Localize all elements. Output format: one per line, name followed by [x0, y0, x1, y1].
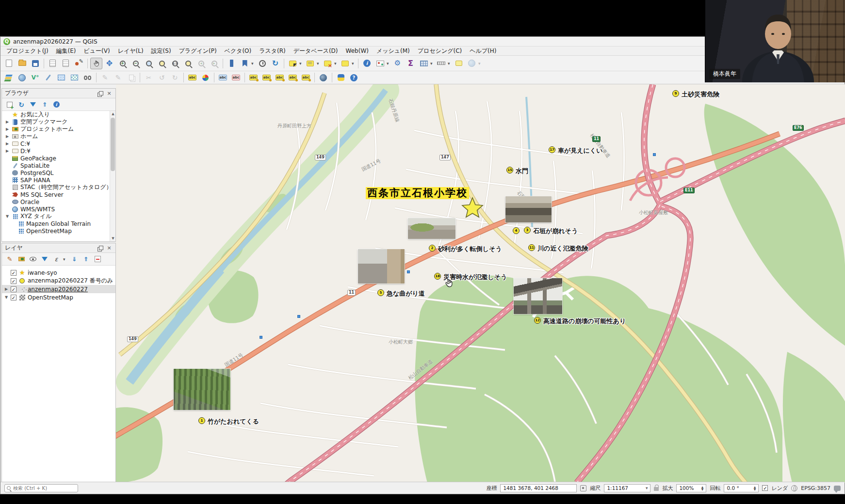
expand-all-icon[interactable]: ⇓ [69, 254, 79, 264]
browser-item-favorites[interactable]: ★お気に入り [2, 111, 115, 118]
menu-processing[interactable]: プロセシング(C) [414, 47, 466, 55]
add-group-icon[interactable] [16, 254, 26, 264]
label-pin-3-icon[interactable] [274, 72, 286, 83]
browser-item-oracle[interactable]: Oracle [2, 198, 115, 205]
select-by-form-icon[interactable] [304, 58, 316, 69]
new-shapefile-icon[interactable]: V° [29, 72, 41, 83]
label-pin-1-icon[interactable] [247, 72, 260, 83]
open-layer-styling-icon[interactable]: ✎ [5, 254, 15, 264]
style-manager-icon[interactable] [73, 58, 85, 69]
browser-item-sap-hana[interactable]: SAP HANA [2, 176, 115, 184]
map-canvas[interactable]: 丹原町田野上方 石鎚丹原線 国道11号 松山自動車道 小松町新屋敷 小松町大郷 … [116, 84, 845, 483]
browser-item-xyz-tiles[interactable]: ▼XYZ タイル [2, 213, 115, 220]
bookmarks-dropdown[interactable] [251, 58, 256, 69]
save-project-icon[interactable] [29, 58, 41, 69]
zoom-full-icon[interactable] [182, 58, 194, 69]
menu-plugins[interactable]: プラグイン(P) [175, 47, 221, 55]
collapse-arrow[interactable]: ▼ [4, 295, 9, 299]
help-contents-icon[interactable] [348, 72, 360, 83]
run-feature-action-icon[interactable] [374, 58, 386, 69]
browser-item-project-home[interactable]: ▶プロジェクトホーム [2, 126, 115, 133]
label-pin-5-icon[interactable] [300, 72, 312, 83]
add-selected-layers-icon[interactable] [5, 100, 15, 110]
zoom-next-icon[interactable]: ▸ [208, 58, 220, 69]
action-dropdown[interactable] [387, 58, 391, 69]
layer-checkbox[interactable] [11, 270, 16, 276]
browser-item-c-drive[interactable]: ▶C:¥ [2, 140, 115, 147]
browser-item-spatial-bookmarks[interactable]: ▶空間ブックマーク [2, 118, 115, 126]
menu-vector[interactable]: ベクタ(O) [221, 47, 256, 55]
layer-checkbox[interactable] [11, 278, 16, 284]
new-mesh-layer-icon[interactable] [55, 72, 67, 83]
menu-database[interactable]: データベース(D) [290, 47, 342, 55]
label-red-icon[interactable] [230, 72, 242, 83]
processing-toolbox-icon[interactable]: ⚙ [391, 58, 404, 69]
browser-refresh-icon[interactable]: ↻ [16, 100, 26, 110]
browser-item-mssql[interactable]: MS SQL Server [2, 191, 115, 198]
metasearch-dropdown[interactable] [478, 58, 483, 69]
scroll-down-icon[interactable]: ▼ [110, 236, 115, 241]
browser-item-home[interactable]: ▶ホーム [2, 133, 115, 140]
zoom-out-icon[interactable]: − [130, 58, 142, 69]
expand-arrow[interactable]: ▶ [5, 134, 10, 139]
locator-search[interactable] [4, 484, 78, 492]
identify-features-icon[interactable]: i [361, 58, 373, 69]
redo-icon[interactable]: ↻ [169, 72, 181, 83]
expand-arrow[interactable]: ▶ [4, 287, 9, 291]
hazard-marker[interactable]: 9 [672, 90, 679, 97]
attr-table-dropdown[interactable] [430, 58, 435, 69]
new-spatialite-icon[interactable] [42, 72, 54, 83]
temporal-controller-icon[interactable] [256, 58, 268, 69]
copy-features-icon[interactable] [125, 72, 137, 83]
data-source-manager-icon[interactable] [3, 72, 15, 83]
render-checkbox[interactable] [762, 485, 768, 491]
scroll-thumb[interactable] [111, 118, 115, 171]
search-input[interactable] [12, 485, 65, 491]
zoom-native-icon[interactable]: 1:1 [169, 58, 181, 69]
open-project-icon[interactable] [16, 58, 28, 69]
pan-to-selection-icon[interactable]: ✥ [103, 58, 115, 69]
zoom-last-icon[interactable]: ◂ [195, 58, 207, 69]
menu-help[interactable]: ヘルプ(H) [466, 47, 500, 55]
select-form-dropdown[interactable] [317, 58, 321, 69]
remove-layer-icon[interactable] [93, 254, 102, 264]
expand-arrow[interactable]: ▶ [5, 127, 10, 131]
deselect-dropdown[interactable] [334, 58, 339, 69]
new-print-layout-icon[interactable] [47, 58, 59, 69]
menu-layer[interactable]: レイヤ(L) [114, 47, 147, 55]
label-pin-4-icon[interactable] [287, 72, 299, 83]
toggle-editing-icon[interactable]: ✎ [99, 72, 111, 83]
hazard-marker[interactable]: 11 [528, 244, 535, 251]
coordinate-value[interactable]: 1481 3678, 401 2468 [500, 484, 577, 492]
browser-item-mapzen[interactable]: Mapzen Global Terrain [2, 220, 115, 227]
layout-manager-icon[interactable] [60, 58, 72, 69]
new-geopackage-icon[interactable] [16, 72, 28, 83]
hazard-marker[interactable]: 17 [549, 146, 555, 153]
layer-checkbox[interactable] [11, 295, 16, 300]
statistics-icon[interactable]: Σ [405, 58, 417, 69]
filter-legend-icon[interactable] [40, 254, 49, 264]
zoom-to-selection-icon[interactable] [143, 58, 155, 69]
expand-arrow[interactable]: ▶ [5, 149, 10, 153]
select-by-expression-icon[interactable] [339, 58, 351, 69]
browser-item-wms[interactable]: WMS/WMTS [2, 205, 115, 213]
browser-filter-icon[interactable] [28, 100, 38, 110]
scroll-up-icon[interactable]: ▲ [110, 111, 115, 117]
select-dropdown[interactable] [299, 58, 304, 69]
browser-item-postgresql[interactable]: PostgreSQL [2, 169, 115, 176]
osm-place-search-icon[interactable] [317, 72, 329, 83]
hazard-marker[interactable]: 2 [429, 245, 436, 252]
scale-combo[interactable]: 1:11167 [604, 484, 650, 492]
manage-visibility-icon[interactable] [28, 254, 38, 264]
crs-indicator[interactable]: EPSG:3857 [801, 485, 830, 491]
expand-arrow[interactable]: ▶ [5, 142, 10, 146]
expand-arrow[interactable]: ▶ [5, 120, 10, 124]
menu-project[interactable]: プロジェクト(J) [2, 47, 52, 55]
select-features-icon[interactable] [287, 58, 299, 69]
pan-map-icon[interactable] [90, 58, 102, 69]
menu-edit[interactable]: 編集(E) [52, 47, 80, 55]
hazard-marker[interactable]: 3 [524, 227, 531, 234]
menu-view[interactable]: ビュー(V) [80, 47, 114, 55]
cut-features-icon[interactable]: ✂ [143, 72, 155, 83]
magnifier-spinbox[interactable]: 100%▲▼ [676, 484, 706, 492]
